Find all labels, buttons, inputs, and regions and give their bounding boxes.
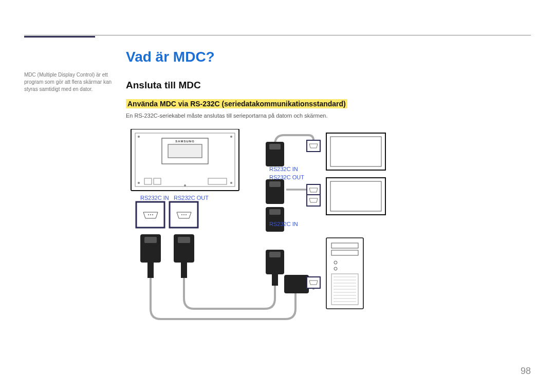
- port-box-out-icon: [170, 202, 198, 228]
- svg-rect-25: [147, 263, 154, 278]
- svg-rect-28: [181, 263, 187, 278]
- section-heading: Ansluta till MDC: [126, 80, 531, 91]
- svg-point-21: [183, 214, 184, 215]
- connection-diagram: SAMSUNG: [126, 129, 486, 334]
- svg-rect-38: [284, 275, 309, 293]
- port-label-rs232c-out: RS232C OUT: [174, 195, 209, 201]
- svg-rect-32: [269, 181, 281, 187]
- subsection-heading-highlight: Använda MDC via RS-232C (seriedatakommun…: [126, 99, 347, 108]
- svg-point-15: [148, 214, 149, 215]
- diagram-svg: SAMSUNG: [126, 129, 486, 334]
- svg-rect-37: [272, 274, 278, 286]
- svg-point-6: [230, 136, 232, 138]
- serial-connector-icon: [266, 179, 284, 204]
- body-paragraph: En RS-232C-seriekabel måste anslutas til…: [126, 113, 531, 119]
- serial-connector-icon: [284, 275, 309, 293]
- port-label-rs232c-in: RS232C IN: [140, 195, 169, 201]
- port-label-rs232c-in: RS232C IN: [269, 221, 298, 227]
- sidebar-note: MDC (Multiple Display Control) är ett pr…: [24, 71, 114, 93]
- svg-rect-24: [144, 237, 157, 243]
- serial-connector-icon: [266, 250, 284, 286]
- svg-point-5: [138, 136, 140, 138]
- svg-rect-41: [307, 184, 320, 196]
- serial-port-icon: [307, 277, 320, 288]
- svg-point-16: [150, 214, 151, 215]
- serial-connector-icon: [174, 234, 194, 278]
- display-back-panel-icon: SAMSUNG: [131, 129, 239, 191]
- svg-rect-3: [168, 144, 202, 158]
- svg-rect-39: [307, 140, 320, 152]
- serial-port-icon: [307, 184, 320, 196]
- svg-point-7: [138, 182, 140, 184]
- serial-port-icon: [307, 195, 320, 206]
- svg-point-9: [184, 184, 186, 186]
- monitor-icon: [326, 133, 385, 170]
- page-title: Vad är MDC?: [126, 49, 531, 65]
- svg-rect-50: [330, 181, 381, 211]
- svg-rect-30: [269, 144, 281, 150]
- serial-port-icon: [307, 140, 320, 152]
- svg-rect-51: [326, 238, 363, 309]
- port-label-rs232c-out: RS232C OUT: [269, 174, 304, 180]
- monitor-icon: [326, 178, 385, 215]
- svg-rect-27: [178, 237, 190, 243]
- svg-rect-34: [269, 209, 281, 215]
- svg-point-8: [230, 182, 232, 184]
- serial-connector-icon: [140, 234, 161, 278]
- page-number: 98: [521, 366, 531, 377]
- header-rule-bold: [24, 36, 95, 38]
- svg-point-20: [181, 214, 182, 215]
- svg-rect-43: [307, 195, 320, 206]
- cable-icon: [184, 278, 275, 309]
- main-content: Vad är MDC? Ansluta till MDC Använda MDC…: [126, 49, 531, 334]
- port-label-rs232c-in: RS232C IN: [269, 166, 298, 172]
- serial-connector-icon: [266, 142, 284, 166]
- svg-rect-48: [330, 137, 381, 166]
- svg-point-17: [152, 214, 153, 215]
- header-rule-thin: [24, 35, 531, 35]
- svg-rect-36: [269, 252, 281, 257]
- svg-rect-45: [307, 277, 320, 288]
- pc-tower-icon: [326, 238, 363, 309]
- serial-connector-icon: [266, 207, 284, 232]
- svg-point-22: [186, 214, 187, 215]
- port-box-in-icon: [136, 202, 164, 228]
- svg-text:SAMSUNG: SAMSUNG: [175, 140, 195, 143]
